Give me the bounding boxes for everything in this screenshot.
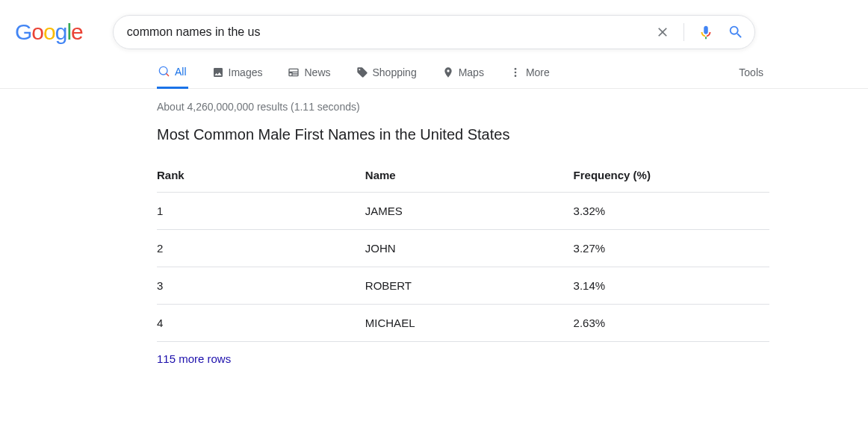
- more-icon: [509, 66, 521, 78]
- svg-point-0: [515, 68, 517, 70]
- tab-label: Shopping: [373, 66, 417, 78]
- cell-freq: 3.14%: [574, 267, 769, 305]
- tab-label: Images: [229, 66, 263, 78]
- tab-maps[interactable]: Maps: [441, 66, 486, 87]
- cell-name: JAMES: [365, 193, 574, 230]
- tab-label: All: [175, 66, 187, 78]
- search-icon[interactable]: [728, 24, 744, 40]
- cell-freq: 3.32%: [574, 193, 769, 230]
- tab-label: News: [304, 66, 330, 78]
- tab-all[interactable]: All: [157, 66, 188, 89]
- tab-label: Maps: [459, 66, 484, 78]
- search-input[interactable]: [124, 25, 655, 39]
- cell-rank: 3: [157, 267, 365, 305]
- svg-point-2: [515, 75, 517, 77]
- images-icon: [212, 66, 224, 78]
- tab-label: More: [526, 66, 550, 78]
- cell-freq: 3.27%: [574, 230, 769, 267]
- cell-rank: 4: [157, 305, 365, 342]
- tab-shopping[interactable]: Shopping: [355, 66, 418, 87]
- table-row: 4 MICHAEL 2.63%: [157, 305, 769, 342]
- cell-name: MICHAEL: [365, 305, 574, 342]
- table-row: 1 JAMES 3.32%: [157, 193, 769, 230]
- cell-name: ROBERT: [365, 267, 574, 305]
- cell-freq: 2.63%: [574, 305, 769, 342]
- col-freq: Frequency (%): [574, 158, 769, 193]
- news-icon: [288, 66, 300, 78]
- result-stats: About 4,260,000,000 results (1.11 second…: [157, 89, 769, 126]
- tab-images[interactable]: Images: [211, 66, 264, 87]
- table-row: 2 JOHN 3.27%: [157, 230, 769, 267]
- cell-name: JOHN: [365, 230, 574, 267]
- snippet-title: Most Common Male First Names in the Unit…: [157, 126, 769, 143]
- cell-rank: 2: [157, 230, 365, 267]
- cell-rank: 1: [157, 193, 365, 230]
- voice-search-icon[interactable]: [698, 24, 714, 40]
- tools-button[interactable]: Tools: [739, 66, 763, 87]
- svg-point-1: [515, 72, 517, 74]
- tab-news[interactable]: News: [286, 66, 332, 87]
- search-bar[interactable]: [113, 15, 755, 49]
- divider: [683, 23, 684, 41]
- table-header-row: Rank Name Frequency (%): [157, 158, 769, 193]
- search-small-icon: [158, 66, 170, 78]
- more-rows-link[interactable]: 115 more rows: [157, 342, 769, 376]
- clear-icon[interactable]: [655, 25, 670, 40]
- shopping-icon: [356, 66, 368, 78]
- results-table: Rank Name Frequency (%) 1 JAMES 3.32% 2 …: [157, 158, 769, 342]
- col-rank: Rank: [157, 158, 365, 193]
- tab-more[interactable]: More: [508, 66, 551, 87]
- maps-icon: [442, 66, 454, 78]
- google-logo[interactable]: Google: [15, 19, 83, 45]
- table-row: 3 ROBERT 3.14%: [157, 267, 769, 305]
- search-tabs: All Images News Shopping Maps: [157, 66, 868, 88]
- col-name: Name: [365, 158, 574, 193]
